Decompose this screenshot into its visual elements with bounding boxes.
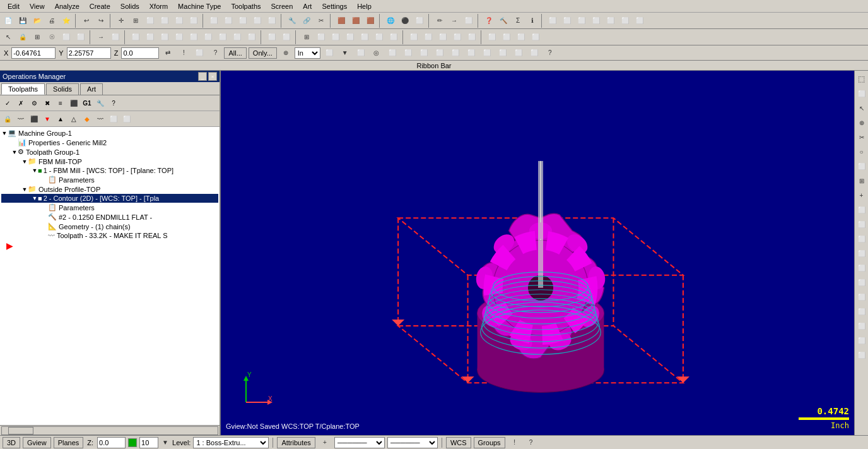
tb2-b15[interactable]: ⬜ (314, 30, 328, 44)
tb-globe[interactable]: 🌐 (384, 14, 397, 28)
rt-b15[interactable]: ⬜ (855, 319, 869, 333)
tb2-b24[interactable]: ⬜ (450, 30, 464, 44)
coord-b13[interactable]: ⬜ (527, 46, 541, 60)
tb2-b10[interactable]: ⬜ (216, 30, 230, 44)
tb-misc4[interactable]: ⬜ (589, 14, 603, 28)
tb-s4[interactable]: ⬜ (158, 14, 172, 28)
rt-b4[interactable]: ✂ (855, 130, 869, 144)
tb2-b13[interactable]: ⬜ (265, 30, 279, 44)
coord-lock-btn[interactable]: ! (177, 46, 191, 60)
tree-params2[interactable]: 📋 Parameters (1, 203, 218, 212)
tree-tool[interactable]: 🔨 #2 - 0.1250 ENDMILL1 FLAT - (1, 212, 218, 222)
z-input[interactable] (121, 47, 159, 59)
tb2-b8[interactable]: ⬜ (187, 30, 201, 44)
tb-t2[interactable]: ⬜ (221, 14, 235, 28)
rt-grid[interactable]: ⊞ (855, 174, 869, 188)
tb-open[interactable]: 📂 (30, 14, 44, 28)
ops-down-arrow-icon[interactable]: ▼ (41, 112, 54, 125)
tb2-b5[interactable]: ⬜ (143, 30, 157, 44)
tb2-b11[interactable]: ⬜ (230, 30, 244, 44)
sb-level-select[interactable]: 1 : Boss-Extru... (193, 437, 269, 448)
ops-minimize-btn[interactable]: _ (198, 72, 207, 81)
ops-g1[interactable]: G1 (81, 97, 93, 109)
coord-box-btn[interactable]: ⬜ (192, 46, 206, 60)
tb-s6[interactable]: ⬜ (187, 14, 201, 28)
coord-b7[interactable]: ⬜ (433, 46, 447, 60)
ops-b7[interactable]: 〰 (94, 112, 107, 125)
ops-tri-icon[interactable]: △ (67, 112, 80, 125)
coord-b1[interactable]: ⬜ (322, 46, 336, 60)
tb-s5[interactable]: ⬜ (172, 14, 186, 28)
tab-solids[interactable]: Solids (46, 83, 79, 95)
menu-view[interactable]: View (25, 1, 50, 11)
tb-misc1[interactable]: ⬜ (546, 14, 560, 28)
coord-b12[interactable]: ⬜ (512, 46, 525, 60)
tree-toolpath-group[interactable]: ▼ ⚙ Toolpath Group-1 (1, 147, 218, 157)
menu-toolpaths[interactable]: Toolpaths (226, 1, 266, 11)
menu-help[interactable]: Help (352, 1, 377, 11)
coord-snap-btn[interactable]: ⇄ (161, 46, 175, 60)
only-btn[interactable]: Only... (249, 47, 277, 59)
tree-fbm-mill[interactable]: ▼ 📁 FBM Mill-TOP (1, 157, 218, 166)
sb-plus[interactable]: + (318, 436, 332, 450)
tb2-arrow2[interactable]: → (94, 30, 108, 44)
tb-s3[interactable]: ⬜ (143, 14, 157, 28)
rt-b13[interactable]: ⬜ (855, 290, 869, 304)
tb2-b29[interactable]: ⬜ (529, 30, 542, 44)
sb-gview-btn[interactable]: Gview (23, 437, 51, 448)
menu-machine-type[interactable]: Machine Type (173, 1, 226, 11)
tb-lasso[interactable]: 🔗 (300, 14, 314, 28)
tb2-b17[interactable]: ⬜ (343, 30, 357, 44)
expand-fbm-op1[interactable]: ▼ (32, 167, 38, 174)
sb-line-select[interactable]: ────── (334, 437, 385, 448)
coord-help-btn[interactable]: ? (208, 46, 222, 60)
tb-tools[interactable]: 🔨 (496, 14, 510, 28)
tb2-ref[interactable]: ☉ (45, 30, 59, 44)
ops-scrolltrack[interactable] (1, 426, 218, 435)
coord-cursor-btn[interactable]: ⊕ (279, 46, 293, 60)
sb-level-dropdown[interactable]: ▼ (161, 436, 170, 450)
rt-b17[interactable]: ⬜ (855, 348, 869, 362)
sb-planes-btn[interactable]: Planes (54, 437, 84, 448)
tb2-b21[interactable]: ⬜ (407, 30, 421, 44)
coord-select-btn[interactable]: ▼ (338, 46, 352, 60)
tb-misc6[interactable]: ⬜ (618, 14, 632, 28)
tb2-b27[interactable]: ⬜ (500, 30, 513, 44)
coord-b10[interactable]: ⬜ (480, 46, 494, 60)
coord-b11[interactable]: ⬜ (496, 46, 510, 60)
tb-undo[interactable]: ↩ (79, 14, 93, 28)
tb2-b26[interactable]: ⬜ (485, 30, 499, 44)
tb2-b14[interactable]: ⬜ (279, 30, 293, 44)
menu-solids[interactable]: Solids (115, 1, 144, 11)
tb2-b20[interactable]: ⬜ (387, 30, 401, 44)
sb-wcs-btn[interactable]: WCS (446, 437, 471, 448)
rt-b1[interactable]: ⬚ (855, 72, 869, 86)
ops-tree[interactable]: ▼ 💻 Machine Group-1 📊 Properties - Gener… (0, 127, 220, 425)
tree-fbm-op1[interactable]: ▼ ■ 1 - FBM Mill - [WCS: TOP] - [Tplane:… (1, 166, 218, 175)
rt-b6[interactable]: + (855, 188, 869, 202)
tb2-b9[interactable]: ⬜ (201, 30, 215, 44)
tb-t3[interactable]: ⬜ (236, 14, 250, 28)
tree-machine-group[interactable]: ▼ 💻 Machine Group-1 (1, 128, 218, 138)
tree-properties[interactable]: 📊 Properties - Generic Mill2 (1, 138, 218, 147)
menu-xform[interactable]: Xform (144, 1, 173, 11)
tb2-b16[interactable]: ⬜ (329, 30, 343, 44)
rt-b7[interactable]: ⬜ (855, 203, 869, 217)
unit-select[interactable]: In mm (295, 47, 320, 59)
rt-b9[interactable]: ⬜ (855, 232, 869, 246)
tb-info2[interactable]: ℹ (525, 14, 539, 28)
rt-b5[interactable]: ⬜ (855, 159, 869, 173)
coord-b5[interactable]: ⬜ (401, 46, 415, 60)
tb2-lock[interactable]: 🔒 (16, 30, 30, 44)
sb-3d-btn[interactable]: 3D (3, 437, 20, 448)
tree-outside-profile[interactable]: ▼ 📁 Outside Profile-TOP (1, 184, 218, 194)
ops-b6[interactable]: ? (107, 97, 120, 109)
tb2-b28[interactable]: ⬜ (514, 30, 528, 44)
tb2-b7[interactable]: ⬜ (172, 30, 186, 44)
ops-b1[interactable]: ⚙ (28, 97, 40, 109)
tb-star[interactable]: ⭐ (59, 14, 73, 28)
menu-edit[interactable]: Edit (3, 1, 25, 11)
tb-redo[interactable]: ↪ (94, 14, 108, 28)
sb-groups-btn[interactable]: Groups (474, 437, 505, 448)
ops-b4[interactable]: ⬛ (67, 97, 80, 109)
